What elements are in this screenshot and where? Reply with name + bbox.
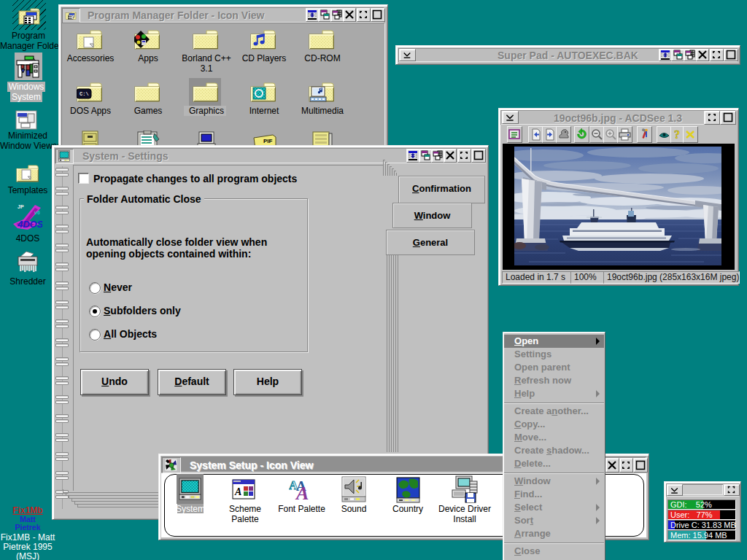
svg-text:C:\: C:\ bbox=[80, 91, 89, 97]
